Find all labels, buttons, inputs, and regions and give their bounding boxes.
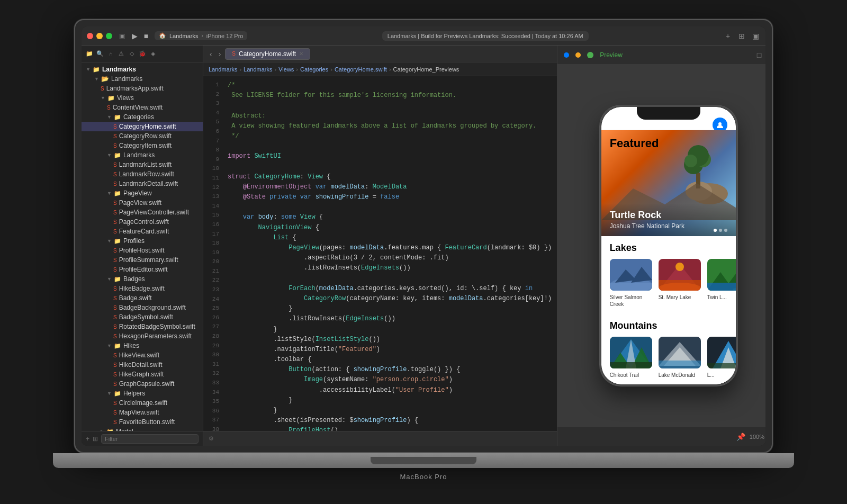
sidebar-item-landmarkrow[interactable]: S LandmarkRow.swift: [82, 169, 203, 179]
macbook: ▣ ▶ ■ 🏠 Landmarks › iPhone 12 Pro L: [53, 19, 794, 485]
add-button[interactable]: +: [723, 31, 733, 41]
category-card-mt-rain[interactable]: L...: [707, 337, 736, 379]
st-mary-name: St. Mary Lake: [659, 294, 701, 301]
breadcrumb-landmarks[interactable]: Landmarks: [209, 66, 237, 73]
sidebar-item-hikedetail[interactable]: S HikeDetail.swift: [82, 360, 203, 370]
sidebar-item-categoryrow[interactable]: S CategoryRow.swift: [82, 131, 203, 141]
category-card-chikoot[interactable]: Chikoot Trail: [610, 337, 652, 379]
fullscreen-button[interactable]: [106, 33, 112, 39]
nav-back-button[interactable]: ‹: [208, 49, 214, 59]
sidebar-control-icon[interactable]: ⊞: [93, 435, 98, 443]
lakes-scroll[interactable]: Silver Salmon Creek: [601, 259, 736, 308]
sidebar-item-badge[interactable]: S Badge.swift: [82, 293, 203, 303]
categories-list[interactable]: Lakes: [601, 236, 736, 384]
breakpoint-icon[interactable]: ◈: [149, 50, 157, 58]
sidebar-item-pageview[interactable]: S PageView.swift: [82, 198, 203, 208]
sidebar-item-hikebadge[interactable]: S HikeBadge.swift: [82, 284, 203, 293]
preview-dot-blue: [564, 52, 569, 58]
sidebar-item-profileeditor[interactable]: S ProfileEditor.swift: [82, 265, 203, 274]
sidebar-item-landmarksapp[interactable]: S LandmarksApp.swift: [82, 84, 203, 93]
sidebar-item-circleimage[interactable]: S CircleImage.swift: [82, 398, 203, 408]
inspector-toggle-icon[interactable]: ▣: [751, 31, 760, 41]
editor-area: ‹ › S CategoryHome.swift ✕ Landmarks ›: [203, 46, 557, 446]
category-card-silver-salmon[interactable]: Silver Salmon Creek: [610, 259, 652, 308]
sidebar-item-featurecard[interactable]: S FeatureCard.swift: [82, 227, 203, 236]
breadcrumb-file[interactable]: CategoryHome.swift: [335, 66, 387, 73]
sidebar: 📁 🔍 ⑃ ⚠ ◇ 🐞 ◈ ▼ 📁: [82, 46, 203, 446]
sidebar-tree: ▼ 📁 Landmarks ▼ 📂 Landmarks: [82, 62, 203, 431]
sidebar-toggle-icon[interactable]: ▣: [118, 32, 126, 40]
scheme-selector[interactable]: 🏠 Landmarks › iPhone 12 Pro: [155, 31, 247, 40]
main-content: 📁 🔍 ⑃ ⚠ ◇ 🐞 ◈ ▼ 📁: [82, 46, 765, 446]
sidebar-item-badgebackground[interactable]: S BadgeBackground.swift: [82, 303, 203, 312]
sidebar-item-hikes-folder[interactable]: ▼ 📁 Hikes: [82, 341, 203, 350]
code-content[interactable]: /* See LICENSE folder for this sample's …: [222, 76, 557, 431]
sidebar-item-model[interactable]: ▶ 📁 Model: [82, 427, 203, 431]
breadcrumb-landmarks2[interactable]: Landmarks: [244, 66, 272, 73]
breadcrumb-views[interactable]: Views: [278, 66, 294, 73]
sidebar-item-views[interactable]: ▼ 📁 Views: [82, 93, 203, 103]
search-icon[interactable]: 🔍: [96, 50, 104, 58]
close-button[interactable]: [87, 33, 93, 39]
sidebar-item-pagecontrol[interactable]: S PageControl.swift: [82, 217, 203, 227]
sidebar-item-helpers-folder[interactable]: ▼ 📁 Helpers: [82, 389, 203, 398]
sidebar-item-pageview-folder[interactable]: ▼ 📁 PageView: [82, 188, 203, 198]
line-numbers: 12345 678910 1112131415 1617181920 21222…: [203, 76, 222, 431]
sidebar-item-pageviewcontroller[interactable]: S PageViewController.swift: [82, 208, 203, 217]
preview-dot-green: [587, 52, 593, 58]
breadcrumb-categories[interactable]: Categories: [300, 66, 328, 73]
stop-button[interactable]: ■: [142, 32, 150, 40]
sidebar-item-mapview[interactable]: S MapView.swift: [82, 408, 203, 417]
build-status: Landmarks | Build for Previews Landmarks…: [382, 31, 589, 41]
category-card-twin[interactable]: Twin L...: [707, 259, 736, 308]
split-editor-icon[interactable]: ⊞: [737, 31, 746, 41]
preview-content: Featured: [557, 65, 765, 427]
sidebar-item-badgesymbol[interactable]: S BadgeSymbol.swift: [82, 312, 203, 322]
source-control-icon[interactable]: ⑃: [107, 50, 114, 58]
sidebar-item-hexagon[interactable]: S HexagonParameters.swift: [82, 331, 203, 341]
sidebar-item-rotatedbadge[interactable]: S RotatedBadgeSymbol.swift: [82, 322, 203, 331]
code-editor[interactable]: 12345 678910 1112131415 1617181920 21222…: [203, 76, 557, 431]
tab-swift-icon: S: [232, 51, 236, 57]
sidebar-item-profiles-folder[interactable]: ▼ 📁 Profiles: [82, 236, 203, 246]
add-file-button[interactable]: +: [86, 435, 89, 443]
debug-icon[interactable]: 🐞: [139, 50, 146, 58]
category-card-lake-mcdonald[interactable]: Lake McDonald: [659, 337, 701, 379]
run-button[interactable]: ▶: [130, 32, 139, 40]
sidebar-item-contentview[interactable]: S ContentView.swift: [82, 103, 203, 112]
editor-tab-categoryhome[interactable]: S CategoryHome.swift ✕: [225, 48, 310, 60]
sidebar-item-landmarks-folder[interactable]: ▼ 📂 Landmarks: [82, 74, 203, 84]
sidebar-item-favoritebutton[interactable]: S FavoriteButton.swift: [82, 417, 203, 427]
sidebar-item-categoryhome[interactable]: S CategoryHome.swift: [82, 122, 203, 131]
sidebar-item-landmarks-root[interactable]: ▼ 📁 Landmarks: [82, 65, 203, 74]
mountains-section: Mountains: [601, 314, 736, 384]
sidebar-item-badges-folder[interactable]: ▼ 📁 Badges: [82, 274, 203, 284]
filter-input[interactable]: [101, 434, 199, 444]
mountains-scroll[interactable]: Chikoot Trail: [601, 337, 736, 379]
nav-forward-button[interactable]: ›: [217, 49, 223, 59]
sidebar-item-categoryitem[interactable]: S CategoryItem.swift: [82, 141, 203, 150]
silver-salmon-name: Silver Salmon Creek: [610, 294, 652, 308]
lake-mcdonald-name: Lake McDonald: [659, 372, 701, 379]
category-card-st-mary[interactable]: St. Mary Lake: [659, 259, 701, 308]
sidebar-item-graphcapsule[interactable]: S GraphCapsule.swift: [82, 379, 203, 389]
sidebar-item-landmarkdetail[interactable]: S LandmarkDetail.swift: [82, 179, 203, 188]
sidebar-item-profilesummary[interactable]: S ProfileSummary.swift: [82, 255, 203, 265]
preview-icons: □ ⊞: [757, 51, 765, 59]
warning-icon[interactable]: ⚠: [118, 50, 125, 58]
pin-icon[interactable]: 📌: [736, 433, 745, 441]
chikoot-image: [610, 337, 652, 368]
sidebar-item-hikegraph[interactable]: S HikeGraph.swift: [82, 370, 203, 379]
folder-icon[interactable]: 📁: [86, 50, 93, 58]
test-icon[interactable]: ◇: [128, 50, 136, 58]
sidebar-item-landmarklist[interactable]: S LandmarkList.swift: [82, 160, 203, 169]
sidebar-item-categories-folder[interactable]: ▼ 📁 Categories: [82, 112, 203, 122]
tab-close-button[interactable]: ✕: [299, 51, 303, 57]
minimize-button[interactable]: [96, 33, 103, 39]
sidebar-item-hikeview[interactable]: S HikeView.swift: [82, 350, 203, 360]
sidebar-item-landmarks-sub[interactable]: ▼ 📁 Landmarks: [82, 150, 203, 160]
breadcrumb-current: CategoryHome_Previews: [393, 66, 459, 73]
iphone-notch: [637, 107, 700, 120]
preview-device-icon[interactable]: □: [757, 51, 761, 59]
sidebar-item-profilehost[interactable]: S ProfileHost.swift: [82, 246, 203, 255]
